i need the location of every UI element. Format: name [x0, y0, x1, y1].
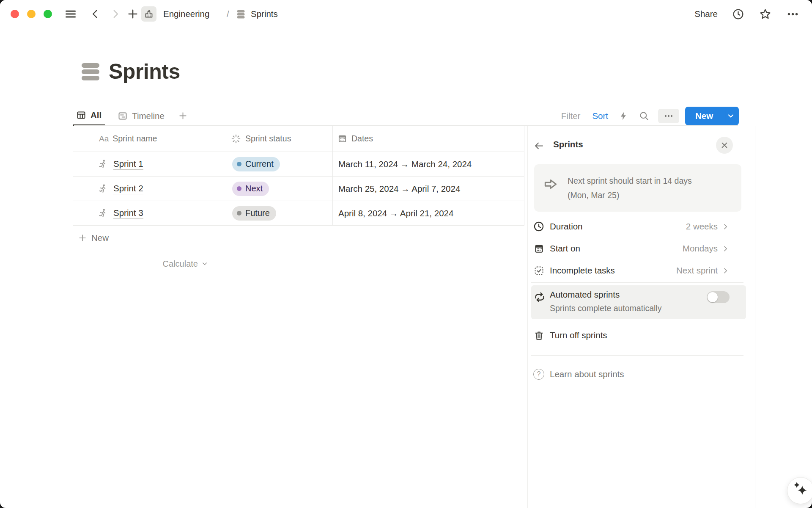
minimize-window-button[interactable] — [27, 10, 36, 18]
filter-button[interactable]: Filter — [561, 111, 581, 121]
date-range-cell[interactable]: April 8, 2024 → April 21, 2024 — [333, 201, 524, 225]
plus-icon — [78, 233, 87, 243]
breadcrumb-page[interactable]: Sprints — [251, 0, 278, 28]
sprint-name-link[interactable]: Sprint 1 — [113, 159, 143, 170]
learn-about-sprints-link[interactable]: ? Learn about sprints — [528, 363, 755, 385]
zoom-window-button[interactable] — [44, 10, 52, 18]
sprints-table: Aa Sprint name Sprint status Dates — [73, 126, 524, 277]
notice-line-1: Next sprint should start in 14 days — [568, 174, 692, 188]
turn-off-sprints-button[interactable]: Turn off sprints — [528, 324, 755, 346]
notice-line-2: (Mon, Mar 25) — [568, 188, 692, 202]
setting-start-on[interactable]: Start on Mondays — [528, 237, 755, 260]
window-titlebar: Engineering / Sprints Share — [0, 0, 812, 28]
sprint-runner-icon — [97, 208, 108, 219]
text-property-icon: Aa — [99, 134, 109, 144]
notion-window: Engineering / Sprints Share Sprints — [0, 0, 812, 508]
favorite-star-icon[interactable] — [759, 8, 772, 21]
search-icon[interactable] — [639, 110, 650, 121]
sprint-name-link[interactable]: Sprint 2 — [113, 183, 143, 194]
sidebar-menu-icon[interactable] — [64, 0, 77, 28]
close-window-button[interactable] — [11, 10, 19, 18]
trash-icon — [533, 330, 545, 341]
back-button[interactable] — [90, 0, 101, 28]
automations-bolt-icon[interactable] — [618, 111, 628, 121]
page-title: Sprints — [109, 59, 180, 84]
chevron-right-icon — [721, 245, 730, 253]
help-question-icon: ? — [533, 369, 545, 380]
more-options-icon[interactable] — [786, 8, 799, 21]
status-pill[interactable]: Current — [232, 157, 280, 171]
status-pill[interactable]: Future — [232, 206, 276, 221]
add-view-icon[interactable] — [178, 111, 188, 121]
table-header-row: Aa Sprint name Sprint status Dates — [73, 126, 524, 152]
table-row: Sprint 2 Next March 25, 2024 → April 7, … — [73, 177, 524, 201]
new-dropdown-chevron-icon[interactable] — [726, 111, 735, 121]
panel-close-icon[interactable] — [716, 137, 733, 154]
repeat-icon — [533, 291, 546, 304]
sprint-runner-icon — [97, 183, 108, 194]
sparkles-icon — [787, 478, 812, 504]
share-button[interactable]: Share — [694, 9, 718, 19]
dashed-checkbox-icon — [533, 265, 545, 276]
chevron-right-icon — [721, 267, 730, 275]
view-options-icon[interactable] — [658, 109, 679, 123]
teamspace-icon[interactable] — [141, 6, 156, 22]
status-pill[interactable]: Next — [232, 182, 269, 196]
updates-clock-icon[interactable] — [732, 8, 744, 20]
date-range-cell[interactable]: March 25, 2024 → April 7, 2024 — [333, 177, 524, 201]
panel-back-icon[interactable] — [533, 140, 545, 152]
automated-sprints-label: Automated sprints — [550, 290, 620, 300]
automated-sprints-sublabel: Sprints complete automatically — [550, 304, 661, 313]
automated-sprints-setting[interactable]: Automated sprints Sprints complete autom… — [531, 285, 746, 319]
page-database-icon[interactable] — [82, 63, 99, 80]
sprint-name-link[interactable]: Sprint 3 — [113, 208, 143, 219]
column-header-sprint-status[interactable]: Sprint status — [226, 126, 333, 152]
calendar-icon — [533, 243, 545, 254]
setting-incomplete-tasks[interactable]: Incomplete tasks Next sprint — [528, 260, 755, 282]
next-sprint-notice: Next sprint should start in 14 days (Mon… — [534, 164, 741, 212]
database-icon — [235, 0, 247, 28]
table-view-icon — [76, 110, 86, 120]
automated-sprints-toggle[interactable] — [707, 291, 730, 303]
column-header-sprint-name[interactable]: Aa Sprint name — [73, 126, 226, 152]
panel-title: Sprints — [553, 139, 583, 149]
sprint-runner-icon — [97, 159, 108, 170]
setting-duration[interactable]: Duration 2 weeks — [528, 215, 755, 237]
timeline-view-icon — [118, 111, 128, 121]
tab-all[interactable]: All — [73, 106, 105, 126]
calculate-dropdown[interactable]: Calculate — [73, 250, 226, 277]
status-spinner-icon — [230, 133, 241, 144]
new-button[interactable]: New — [685, 107, 739, 125]
notion-ai-button[interactable] — [787, 477, 812, 504]
chevron-down-icon — [201, 260, 208, 268]
tab-timeline[interactable]: Timeline — [114, 106, 168, 126]
panel-divider — [531, 282, 743, 283]
calendar-icon — [337, 133, 348, 144]
new-page-icon[interactable] — [127, 0, 139, 28]
column-header-dates[interactable]: Dates — [333, 126, 524, 152]
clock-icon — [533, 221, 545, 232]
traffic-lights — [11, 10, 52, 18]
chevron-right-icon — [721, 223, 730, 231]
sort-button[interactable]: Sort — [592, 111, 608, 121]
table-row: Sprint 3 Future April 8, 2024 → April 21… — [73, 201, 524, 226]
forward-button[interactable] — [110, 0, 121, 28]
breadcrumb-workspace[interactable]: Engineering — [163, 0, 209, 28]
date-range-cell[interactable]: March 11, 2024 → March 24, 2024 — [333, 152, 524, 176]
panel-divider — [531, 355, 743, 356]
breadcrumb-separator: / — [227, 0, 229, 28]
arrow-right-outline-icon — [543, 177, 558, 192]
sprint-settings-panel: Sprints Next sprint should start in 14 d… — [527, 126, 755, 508]
add-row-button[interactable]: New — [73, 226, 524, 250]
table-row: Sprint 1 Current March 11, 2024 → March … — [73, 152, 524, 177]
